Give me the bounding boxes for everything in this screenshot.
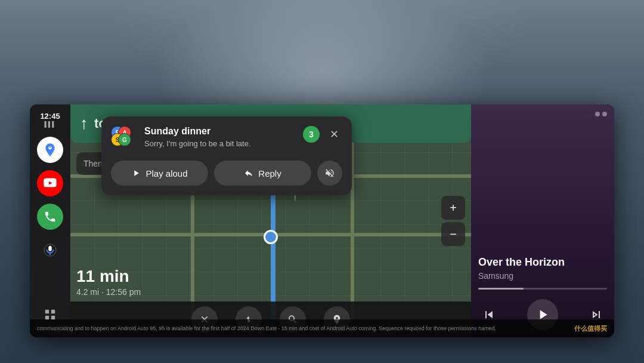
sidebar: 12:45 ▌▌▌: [30, 104, 70, 337]
music-panel-dots: [478, 112, 607, 116]
time-display: 12:45: [32, 112, 68, 121]
nav-arrow-icon: ↑: [80, 114, 88, 133]
signal-indicator: ▌▌▌: [32, 121, 68, 127]
eta-details: 4.2 mi · 12:56 pm: [76, 287, 141, 297]
car-screen: 12:45 ▌▌▌: [30, 104, 614, 337]
sidebar-item-assistant[interactable]: [37, 237, 63, 263]
notification-close-button[interactable]: ✕: [326, 126, 342, 143]
svg-rect-1: [45, 310, 49, 313]
current-location-pin: [264, 230, 278, 244]
eta-box: 11 min 4.2 mi · 12:56 pm: [76, 267, 141, 297]
notification-actions: Play aloud Reply: [111, 161, 342, 186]
play-aloud-icon: [131, 168, 141, 178]
watermark-left-text: communicating and to happen on Android A…: [37, 325, 496, 331]
zoom-in-button[interactable]: +: [441, 196, 465, 220]
then-label: Then: [83, 159, 103, 168]
mic-icon: [44, 244, 57, 257]
sidebar-item-maps[interactable]: [37, 137, 63, 163]
reply-icon: [244, 168, 253, 178]
mute-icon: [324, 168, 335, 179]
reply-label: Reply: [258, 168, 281, 179]
phone-icon: [44, 210, 57, 223]
music-panel: Over the Horizon Samsung: [471, 104, 614, 337]
notification-header: E A S G Sunday dinner Sorry, I'm going t…: [111, 126, 342, 152]
watermark-bar: communicating and to happen on Android A…: [30, 319, 614, 337]
music-artist: Samsung: [478, 271, 607, 281]
svg-rect-2: [51, 310, 55, 313]
watermark-brand: 什么值得买: [574, 324, 607, 333]
music-progress-fill: [478, 288, 524, 290]
notification-right-actions: 3 ✕: [303, 126, 342, 143]
notification-badge: 3: [303, 126, 320, 143]
zoom-out-button[interactable]: −: [441, 222, 465, 246]
reply-button[interactable]: Reply: [214, 161, 311, 186]
status-bar: 12:45 ▌▌▌: [30, 112, 70, 127]
dot-2: [602, 112, 607, 116]
notification-app-icons: E A S G: [111, 126, 137, 152]
map-controls: + −: [441, 196, 465, 246]
dot-1: [595, 112, 600, 116]
sidebar-item-youtube[interactable]: [37, 170, 63, 196]
notification-content: Sunday dinner Sorry, I'm going to be a b…: [144, 126, 296, 148]
notification-message: Sorry, I'm going to be a bit late.: [144, 139, 296, 148]
play-aloud-button[interactable]: Play aloud: [111, 161, 208, 186]
app-icon-g: G: [118, 133, 131, 146]
mute-button[interactable]: [317, 161, 342, 186]
maps-icon: [42, 142, 58, 158]
music-title: Over the Horizon: [478, 220, 607, 269]
sidebar-item-phone[interactable]: [37, 204, 63, 230]
notification-popup: E A S G Sunday dinner Sorry, I'm going t…: [101, 116, 352, 195]
music-progress-bar[interactable]: [478, 288, 607, 290]
notification-title: Sunday dinner: [144, 126, 296, 137]
eta-minutes: 11 min: [76, 267, 141, 286]
youtube-icon: [44, 177, 57, 190]
play-aloud-label: Play aloud: [145, 168, 187, 179]
